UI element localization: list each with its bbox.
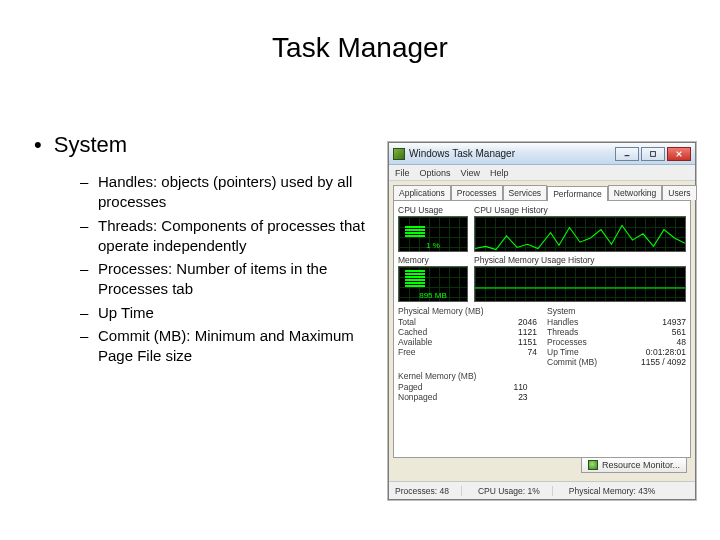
stat-value: 23 xyxy=(518,392,527,402)
maximize-button[interactable] xyxy=(641,147,665,161)
system-title: System xyxy=(547,306,686,316)
stat-label: Processes xyxy=(547,337,587,347)
list-item: Threads: Components of processes that op… xyxy=(80,216,370,257)
list-item: Processes: Number of items in the Proces… xyxy=(80,259,370,300)
menubar: File Options View Help xyxy=(389,165,695,181)
tab-applications[interactable]: Applications xyxy=(393,185,451,200)
stat-label: Available xyxy=(398,337,432,347)
resource-monitor-button[interactable]: Resource Monitor... xyxy=(581,457,687,473)
stat-label: Commit (MB) xyxy=(547,357,597,367)
menu-help[interactable]: Help xyxy=(490,168,509,178)
stat-value: 2046 xyxy=(518,317,537,327)
tab-processes[interactable]: Processes xyxy=(451,185,503,200)
window-title: Windows Task Manager xyxy=(409,148,611,159)
memory-value: 895 MB xyxy=(399,291,467,300)
stat-label: Nonpaged xyxy=(398,392,437,402)
resource-monitor-label: Resource Monitor... xyxy=(602,460,680,470)
sub-bullet-list: Handles: objects (pointers) used by all … xyxy=(80,172,370,369)
stat-value: 14937 xyxy=(662,317,686,327)
stat-label: Handles xyxy=(547,317,578,327)
status-memory: Physical Memory: 43% xyxy=(569,486,655,496)
physical-memory-box: Physical Memory (MB) Total2046 Cached112… xyxy=(398,306,537,367)
cpu-history-label: CPU Usage History xyxy=(474,205,686,215)
stat-value: 0:01:28:01 xyxy=(646,347,686,357)
task-manager-window: Windows Task Manager File Options View H… xyxy=(388,142,696,500)
cpu-history-graph xyxy=(474,216,686,252)
stat-label: Total xyxy=(398,317,416,327)
app-icon xyxy=(393,148,405,160)
stat-value: 74 xyxy=(528,347,537,357)
kernel-memory-box: Kernel Memory (MB) Paged110 Nonpaged23 xyxy=(398,371,528,402)
minimize-button[interactable] xyxy=(615,147,639,161)
tab-services[interactable]: Services xyxy=(503,185,548,200)
kernel-memory-title: Kernel Memory (MB) xyxy=(398,371,528,381)
menu-file[interactable]: File xyxy=(395,168,410,178)
cpu-usage-meter: 1 % xyxy=(398,216,468,252)
window-controls xyxy=(615,147,691,161)
stat-value: 48 xyxy=(677,337,686,347)
performance-panel: CPU Usage 1 % CPU Usage History xyxy=(393,200,691,458)
cpu-usage-value: 1 % xyxy=(399,241,467,250)
tab-bar: Applications Processes Services Performa… xyxy=(389,181,695,200)
stat-value: 1151 xyxy=(518,337,537,347)
physical-memory-title: Physical Memory (MB) xyxy=(398,306,537,316)
tab-users[interactable]: Users xyxy=(662,185,696,200)
close-button[interactable] xyxy=(667,147,691,161)
svg-rect-1 xyxy=(651,151,656,156)
status-bar: Processes: 48 CPU Usage: 1% Physical Mem… xyxy=(389,481,695,499)
memory-label: Memory xyxy=(398,255,468,265)
menu-view[interactable]: View xyxy=(461,168,480,178)
menu-options[interactable]: Options xyxy=(420,168,451,178)
stat-label: Threads xyxy=(547,327,578,337)
list-item: Handles: objects (pointers) used by all … xyxy=(80,172,370,213)
cpu-usage-label: CPU Usage xyxy=(398,205,468,215)
resource-monitor-icon xyxy=(588,460,598,470)
stat-value: 1121 xyxy=(518,327,537,337)
stat-value: 110 xyxy=(513,382,527,392)
tab-performance[interactable]: Performance xyxy=(547,186,608,201)
stat-value: 561 xyxy=(672,327,686,337)
status-processes: Processes: 48 xyxy=(395,486,462,496)
stat-label: Cached xyxy=(398,327,427,337)
memory-history-label: Physical Memory Usage History xyxy=(474,255,686,265)
memory-history-graph xyxy=(474,266,686,302)
tab-networking[interactable]: Networking xyxy=(608,185,663,200)
stat-label: Paged xyxy=(398,382,423,392)
bullet-heading-system: System xyxy=(34,132,127,158)
list-item: Commit (MB): Minimum and Maximum Page Fi… xyxy=(80,326,370,367)
memory-meter: 895 MB xyxy=(398,266,468,302)
stat-label: Free xyxy=(398,347,415,357)
titlebar[interactable]: Windows Task Manager xyxy=(389,143,695,165)
list-item: Up Time xyxy=(80,303,370,323)
stat-value: 1155 / 4092 xyxy=(641,357,686,367)
stat-label: Up Time xyxy=(547,347,579,357)
slide-title: Task Manager xyxy=(0,32,720,64)
status-cpu: CPU Usage: 1% xyxy=(478,486,553,496)
system-box: System Handles14937 Threads561 Processes… xyxy=(547,306,686,367)
